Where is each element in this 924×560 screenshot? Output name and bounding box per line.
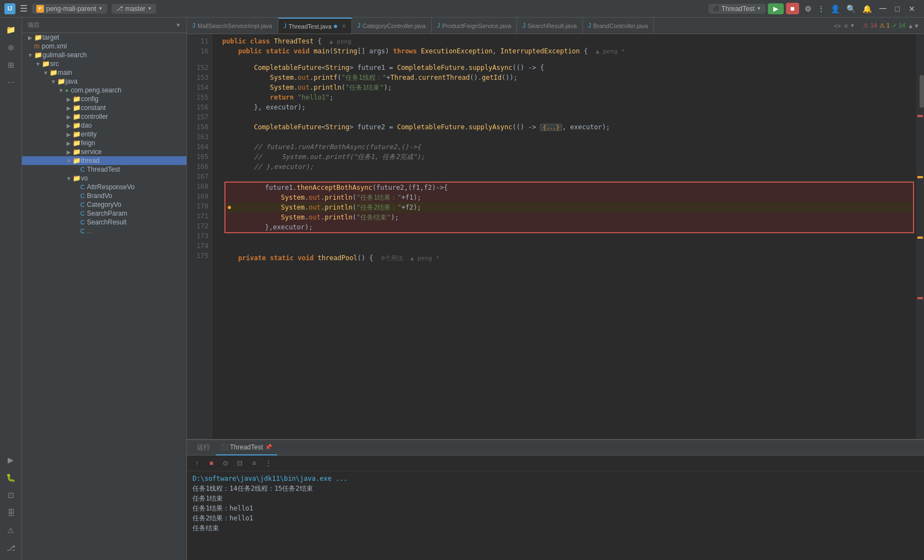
tree-label: SearchParam	[87, 210, 127, 217]
restart-btn[interactable]: ↑	[191, 458, 202, 469]
minimize-button[interactable]: ─	[875, 2, 891, 15]
branch-selector[interactable]: ⎇ master ▼	[112, 4, 157, 14]
branch-icon: ⎇	[116, 5, 123, 12]
stop-output-btn[interactable]: ■	[206, 458, 217, 469]
tree-item[interactable]: CAttrResponseVo	[22, 183, 186, 191]
tree-item[interactable]: CSearchParam	[22, 209, 186, 218]
tree-item[interactable]: ▼📁main	[22, 68, 186, 77]
filetree-icon: ▼	[175, 22, 181, 28]
filetree-title: 项目	[28, 21, 40, 29]
tab-mallsearch[interactable]: J MallSearchServiceImpl.java	[187, 18, 278, 34]
problems-icon[interactable]: ⚠	[3, 523, 19, 538]
tree-item[interactable]: ▶📁feign	[22, 139, 186, 147]
more-tools-icon[interactable]: ⋯	[3, 75, 19, 90]
tab-threadtest[interactable]: J ThreadTest.java ✕	[278, 18, 352, 34]
tree-item[interactable]: ▶📁entity	[22, 130, 186, 139]
project-selector[interactable]: P peng-mall-parent ▼	[32, 4, 107, 14]
settings-button[interactable]: ⚙	[801, 3, 815, 14]
code-line: }, executor);	[215, 102, 914, 112]
run-config-area[interactable]: ⬛ ThreadTest ▼	[708, 4, 766, 14]
code-line: CompletableFuture<String> future2 = Comp…	[215, 122, 914, 132]
tree-item[interactable]: ▼●com.peng.search	[22, 86, 186, 95]
tree-item[interactable]: ▶📁controller	[22, 112, 186, 121]
code-line: future1.thenAcceptBothAsync(future2,(f1,…	[226, 183, 913, 193]
code-editor[interactable]: 11 16 152 153 154 155 156 157 158 163 16…	[187, 34, 924, 439]
tree-label: CategoryVo	[87, 201, 122, 208]
tree-label: src	[50, 60, 59, 68]
tree-item[interactable]: C...	[22, 227, 186, 235]
pin-icon[interactable]: 📌	[265, 444, 272, 450]
tab-more-icon[interactable]: ▾	[851, 22, 854, 29]
tab-list-icon[interactable]: ≡	[844, 23, 848, 29]
maximize-button[interactable]: □	[891, 3, 904, 14]
debug-icon[interactable]: 🐛	[3, 470, 19, 485]
hamburger-icon[interactable]: ☰	[20, 3, 28, 14]
code-line	[215, 233, 914, 243]
expand-icon[interactable]: ▲▼	[908, 23, 920, 29]
tab-categorycontroller[interactable]: J CategoryController.java	[352, 18, 432, 34]
database-icon[interactable]: 🗄	[3, 505, 19, 520]
console-output[interactable]: D:\software\java\jdk11\bin\java.exe ... …	[187, 471, 924, 560]
output-line-4: 任务1结果：hello1	[193, 503, 919, 513]
branch-dropdown-icon: ▼	[147, 6, 152, 11]
run-button[interactable]: ▶	[768, 3, 784, 14]
close-button[interactable]: ✕	[904, 3, 920, 14]
terminal-icon[interactable]: ⊡	[3, 487, 19, 503]
commit-icon[interactable]: ⊛	[3, 40, 19, 55]
tree-item[interactable]: mpom.xml	[22, 42, 186, 51]
editor-area: J MallSearchServiceImpl.java J ThreadTes…	[187, 18, 924, 560]
tree-label: java	[65, 78, 78, 85]
code-navigation-icon[interactable]: <>	[834, 23, 841, 29]
error-indicator	[917, 115, 923, 117]
tab-run[interactable]: 运行	[191, 440, 216, 455]
titlebar: IJ ☰ P peng-mall-parent ▼ ⎇ master ▼ ⬛ T…	[0, 0, 924, 18]
git-icon[interactable]: ⎇	[3, 540, 19, 556]
search-button[interactable]: 🔍	[843, 3, 859, 14]
ok-count: ✓ 14	[892, 22, 905, 29]
scroll-thumb[interactable]	[920, 75, 924, 108]
tree-item[interactable]: ▼📁java	[22, 77, 186, 86]
code-line: private static void threadPool() { 0个用法 …	[215, 253, 914, 263]
tree-item[interactable]: ▼📁vo	[22, 174, 186, 183]
main-area: 📁 ⊛ ⊞ ⋯ ▶ 🐛 ⊡ 🗄 ⚠ ⎇ 项目 ▼ ▶📁target mpom.x…	[0, 18, 924, 560]
warning-indicator	[917, 176, 923, 178]
thread-tab-label: ThreadTest	[230, 443, 263, 451]
tree-label-threadtest: ThreadTest	[87, 166, 120, 173]
clear-btn[interactable]: ≡	[249, 458, 260, 469]
more-button[interactable]: ⋮	[815, 3, 827, 14]
tree-item[interactable]: CCategoryVo	[22, 200, 186, 209]
run-icon[interactable]: ▶	[3, 452, 19, 468]
tree-item[interactable]: ▶📁target	[22, 33, 186, 42]
tree-item-threadtest[interactable]: CThreadTest	[22, 165, 186, 174]
notifications-button[interactable]: 🔔	[859, 3, 875, 14]
more-bottom-btn[interactable]: ⋮	[263, 458, 274, 469]
tab-brandcontroller[interactable]: J BrandController.java	[583, 18, 654, 34]
project-icon[interactable]: 📁	[3, 22, 19, 37]
tab-productfeign[interactable]: J ProductFeignService.java	[432, 18, 517, 34]
code-line: System.out.println("任务结束");	[226, 212, 913, 222]
stop-button[interactable]: ■	[786, 3, 799, 14]
tree-item[interactable]: ▼📁gulimall-search	[22, 51, 186, 59]
tab-close-icon[interactable]: ✕	[342, 23, 346, 29]
tree-item-thread[interactable]: ▼📁thread	[22, 156, 186, 165]
tab-searchresult[interactable]: J SearchResult.java	[517, 18, 582, 34]
tree-item[interactable]: CSearchResult	[22, 218, 186, 227]
tree-item[interactable]: CBrandVo	[22, 191, 186, 200]
tree-item[interactable]: ▶📁service	[22, 147, 186, 156]
tree-item[interactable]: ▶📁dao	[22, 121, 186, 130]
scroll-end-btn[interactable]: ⊡	[234, 458, 245, 469]
tab-threadtest-bottom[interactable]: ⬛ ThreadTest 📌	[216, 440, 277, 455]
tree-item[interactable]: ▶📁config	[22, 95, 186, 103]
code-content[interactable]: public class ThreadTest { ▲ peng public …	[212, 34, 916, 439]
filter-btn[interactable]: ⊙	[220, 458, 231, 469]
tree-item[interactable]: ▶📁constant	[22, 103, 186, 112]
structure-icon[interactable]: ⊞	[3, 57, 19, 73]
user-button[interactable]: 👤	[827, 3, 843, 14]
output-line-3: 任务1结束	[193, 493, 919, 503]
tree-label: com.peng.search	[71, 86, 122, 94]
tree-label: pom.xml	[42, 42, 67, 50]
tree-label: AttrResponseVo	[87, 183, 135, 191]
tree-item[interactable]: ▼📁src	[22, 59, 186, 68]
tree-label: gulimall-search	[42, 51, 87, 59]
warnings-area: ⚠ 14 ⚠ 1 ✓ 14 ▲▼	[859, 22, 924, 29]
